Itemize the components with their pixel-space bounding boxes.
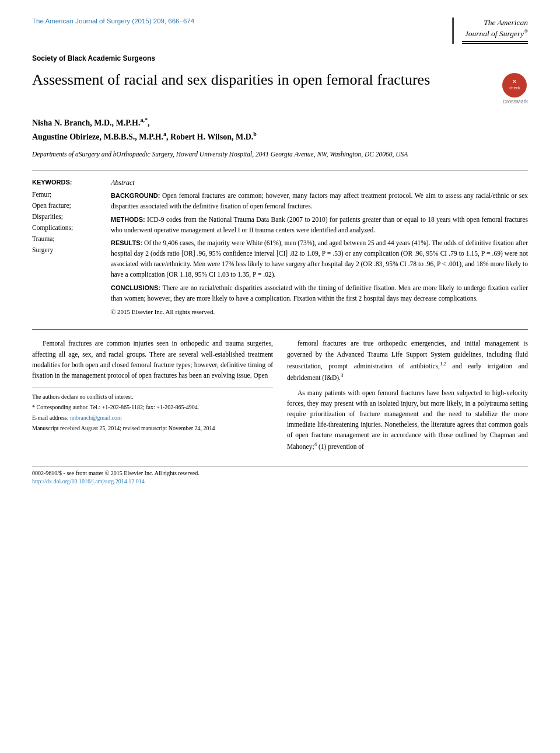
journal-logo-title: The American Journal of Surgery®	[462, 18, 528, 39]
crossmark: ✕check CrossMark	[502, 73, 528, 105]
page-footer: 0002-9610/$ - see front matter © 2015 El…	[32, 466, 528, 486]
body-section: Femoral fractures are common injuries se…	[32, 338, 528, 456]
abstract-background: BACKGROUND: Open femoral fractures are c…	[111, 191, 528, 212]
abstract-text: BACKGROUND: Open femoral fractures are c…	[111, 191, 528, 317]
author-line2: Augustine Obirieze, M.B.B.S., M.P.H.a, R…	[32, 130, 528, 144]
footer-issn: 0002-9610/$ - see front matter © 2015 El…	[32, 469, 200, 486]
abstract-results: RESULTS: Of the 9,406 cases, the majorit…	[111, 238, 528, 280]
body-para1-right: femoral fractures are true orthopedic em…	[287, 338, 528, 382]
crossmark-circle: ✕check	[502, 73, 527, 97]
authors: Nisha N. Branch, M.D., M.P.H.a,*, August…	[32, 116, 528, 144]
keywords-column: KEYWORDS: Femur; Open fracture; Disparit…	[32, 179, 111, 320]
journal-citation: The American Journal of Surgery (2015) 2…	[32, 18, 194, 25]
affiliation: Departments of aSurgery and bOrthopaedic…	[32, 149, 528, 159]
footnote-corresponding: * Corresponding author. Tel.: +1-202-865…	[32, 403, 273, 412]
body-col-left: Femoral fractures are common injuries se…	[32, 338, 273, 456]
logo-underline1	[462, 41, 528, 42]
footer-doi-link[interactable]: http://dx.doi.org/10.1016/j.amjsurg.2014…	[32, 478, 145, 484]
journal-logo-box: The American Journal of Surgery®	[452, 18, 528, 44]
journal-header: The American Journal of Surgery (2015) 2…	[32, 18, 528, 44]
crossmark-label: CrossMark	[502, 99, 528, 105]
author-line1: Nisha N. Branch, M.D., M.P.H.a,*,	[32, 116, 528, 130]
page: The American Journal of Surgery (2015) 2…	[0, 0, 560, 753]
body-para1-left: Femoral fractures are common injuries se…	[32, 338, 273, 381]
article-title-text: Assessment of racial and sex disparities…	[32, 71, 492, 90]
keywords-label: KEYWORDS:	[32, 179, 102, 186]
footnote-conflict: The authors declare no conflicts of inte…	[32, 392, 273, 401]
list-item: Complications;	[32, 222, 102, 233]
abstract-conclusions: CONCLUSIONS: There are no racial/ethnic …	[111, 283, 528, 304]
footnote-manuscript: Manuscript received August 25, 2014; rev…	[32, 424, 273, 433]
abstract-title: Abstract	[111, 179, 528, 187]
list-item: Open fracture;	[32, 200, 102, 211]
copyright: © 2015 Elsevier Inc. All rights reserved…	[111, 307, 528, 317]
abstract-column: Abstract BACKGROUND: Open femoral fractu…	[111, 179, 528, 320]
abstract-section: KEYWORDS: Femur; Open fracture; Disparit…	[32, 179, 528, 320]
crossmark-inner: ✕check	[509, 79, 520, 91]
keywords-list: Femur; Open fracture; Disparities; Compl…	[32, 189, 102, 256]
divider-bottom	[32, 329, 528, 330]
article-title-block: Assessment of racial and sex disparities…	[32, 71, 528, 105]
society-heading: Society of Black Academic Surgeons	[32, 54, 528, 62]
body-para2-right: As many patients with open femoral fract…	[287, 388, 528, 452]
divider-top	[32, 170, 528, 170]
logo-underline2	[462, 43, 528, 44]
list-item: Disparities;	[32, 211, 102, 222]
list-item: Surgery	[32, 245, 102, 256]
list-item: Femur;	[32, 189, 102, 200]
list-item: Trauma;	[32, 233, 102, 245]
footnote-email: E-mail address: nnbranch@gmail.com	[32, 413, 273, 422]
footnotes: The authors declare no conflicts of inte…	[32, 388, 273, 433]
body-col-right: femoral fractures are true orthopedic em…	[287, 338, 528, 456]
abstract-methods: METHODS: ICD-9 codes from the National T…	[111, 215, 528, 236]
